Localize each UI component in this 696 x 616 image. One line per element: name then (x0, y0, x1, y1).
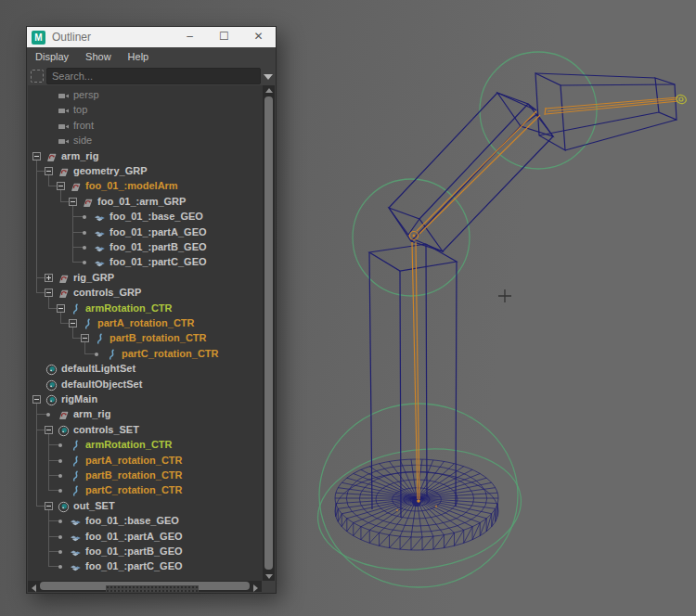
camera-icon (58, 120, 70, 132)
tree-item[interactable]: partB_rotation_CTR (28, 468, 263, 482)
collapse-icon[interactable] (45, 502, 53, 510)
set-icon (45, 363, 58, 375)
collapse-icon[interactable] (32, 152, 41, 160)
tree-item-label: armRotation_CTR (85, 439, 173, 450)
vertical-scroll-thumb[interactable] (264, 96, 273, 570)
curve-icon (106, 348, 118, 360)
expand-icon[interactable] (45, 274, 53, 282)
leaf-dot-icon (58, 535, 62, 539)
tree-item[interactable]: foo_01_:modelArm (28, 178, 263, 193)
tree-item-label: rig_GRP (73, 272, 114, 283)
tree-item[interactable]: foo_01_:partA_GEO (28, 225, 263, 239)
collapse-icon[interactable] (57, 304, 65, 313)
tree-item-label: foo_01_:partB_GEO (110, 241, 207, 252)
tree-item-label: front (73, 120, 94, 131)
menu-display[interactable]: Display (27, 51, 77, 62)
tree-item[interactable]: controls_GRP (28, 285, 263, 300)
outliner-tree: persptopfrontsidearm_riggeometry_GRPfoo_… (28, 85, 263, 581)
minimize-button[interactable]: – (173, 27, 207, 47)
tree-item-label: foo_01_:base_GEO (85, 515, 179, 526)
tree-item-label: rigMain (61, 393, 97, 404)
collapse-icon[interactable] (45, 289, 53, 297)
tree-item-label: partB_rotation_CTR (110, 332, 207, 343)
search-options-button[interactable] (261, 69, 276, 83)
leaf-dot-icon (83, 261, 86, 264)
tree-item[interactable]: partA_rotation_CTR (28, 315, 263, 330)
tree-item[interactable]: rig_GRP (28, 270, 263, 285)
tree-item[interactable]: front (28, 118, 263, 133)
set-icon (58, 500, 70, 512)
tree-item[interactable]: foo_01_:partB_GEO (28, 544, 263, 558)
scroll-up-icon[interactable] (263, 85, 275, 96)
tree-item[interactable]: foo_01_:base_GEO (28, 209, 263, 224)
tree-item[interactable]: partC_rotation_CTR (28, 482, 263, 497)
tree-item-label: foo_01_:base_GEO (110, 211, 203, 222)
set-icon (45, 393, 58, 405)
camera-icon (58, 104, 70, 116)
maya-logo-icon: M (32, 31, 45, 45)
tree-item-label: foo_01_:partB_GEO (85, 545, 183, 557)
collapse-icon[interactable] (69, 198, 77, 206)
tree-item[interactable]: partA_rotation_CTR (28, 453, 263, 468)
curve-icon (70, 439, 82, 451)
scroll-left-icon[interactable] (28, 581, 40, 592)
tree-item[interactable]: arm_rig (28, 406, 263, 421)
tree-item[interactable]: foo_01_:partB_GEO (28, 239, 263, 254)
maximize-button[interactable]: ☐ (207, 27, 241, 47)
mesh-icon (94, 256, 106, 268)
collapse-icon[interactable] (81, 334, 89, 342)
collapse-icon[interactable] (32, 395, 41, 404)
curve-icon (94, 332, 106, 344)
collapse-icon[interactable] (45, 426, 53, 434)
menu-show[interactable]: Show (77, 51, 120, 62)
mesh-icon (70, 531, 82, 543)
tree-item[interactable]: out_SET (28, 498, 263, 513)
vertical-scrollbar[interactable] (263, 85, 275, 581)
mesh-icon (70, 545, 82, 558)
tree-item[interactable]: foo_01_:base_GEO (28, 513, 263, 528)
tree-item[interactable]: arm_rig (28, 148, 263, 163)
scroll-down-icon[interactable] (263, 571, 275, 581)
tree-item[interactable]: persp (28, 87, 263, 102)
tree-item[interactable]: armRotation_CTR (28, 437, 263, 452)
collapse-icon[interactable] (45, 167, 53, 175)
leaf-dot-icon (58, 443, 62, 447)
transform-icon (58, 165, 70, 177)
tree-item[interactable]: rigMain (28, 391, 263, 406)
tree-item[interactable]: armRotation_CTR (28, 301, 263, 315)
tree-item[interactable]: geometry_GRP (28, 163, 263, 178)
menu-help[interactable]: Help (120, 51, 158, 62)
filter-icon[interactable] (31, 70, 44, 83)
tree-item[interactable]: side (28, 133, 263, 148)
tree-item-label: partA_rotation_CTR (85, 455, 183, 466)
tree-item[interactable]: foo_01_:partC_GEO (28, 254, 263, 269)
close-button[interactable]: ✕ (241, 27, 276, 47)
tree-item[interactable]: foo_01_:partA_GEO (28, 529, 263, 544)
tree-item[interactable]: partC_rotation_CTR (28, 346, 263, 361)
resize-grip[interactable] (106, 585, 199, 592)
tree-item-label: arm_rig (73, 408, 110, 419)
tree-item[interactable]: top (28, 102, 263, 117)
leaf-dot-icon (58, 474, 62, 478)
curve-icon (70, 455, 82, 467)
tree-item[interactable]: foo_01_:arm_GRP (28, 194, 263, 209)
curve-icon (82, 317, 94, 329)
tree-item-label: controls_GRP (73, 287, 141, 298)
tree-item-label: foo_01_:partC_GEO (110, 256, 207, 267)
tree-item[interactable]: defaultLightSet (28, 361, 263, 376)
mesh-icon (94, 241, 106, 253)
collapse-icon[interactable] (57, 182, 65, 190)
tree-item-label: defaultObjectSet (61, 379, 142, 390)
tree-item[interactable]: foo_01_:partC_GEO (28, 558, 263, 573)
leaf-dot-icon (46, 413, 50, 417)
collapse-icon[interactable] (69, 319, 77, 327)
scroll-right-icon[interactable] (250, 581, 262, 592)
titlebar[interactable]: M Outliner – ☐ ✕ (27, 27, 276, 47)
tree-item[interactable]: controls_SET (28, 422, 263, 437)
tree-item[interactable]: partB_rotation_CTR (28, 330, 263, 345)
tree-item[interactable]: defaultObjectSet (28, 377, 263, 391)
tree-item-label: arm_rig (61, 150, 98, 161)
maya-workspace: M Outliner – ☐ ✕ Display Show Help persp… (0, 0, 696, 616)
curve-icon (70, 302, 82, 314)
search-input[interactable] (46, 68, 261, 84)
